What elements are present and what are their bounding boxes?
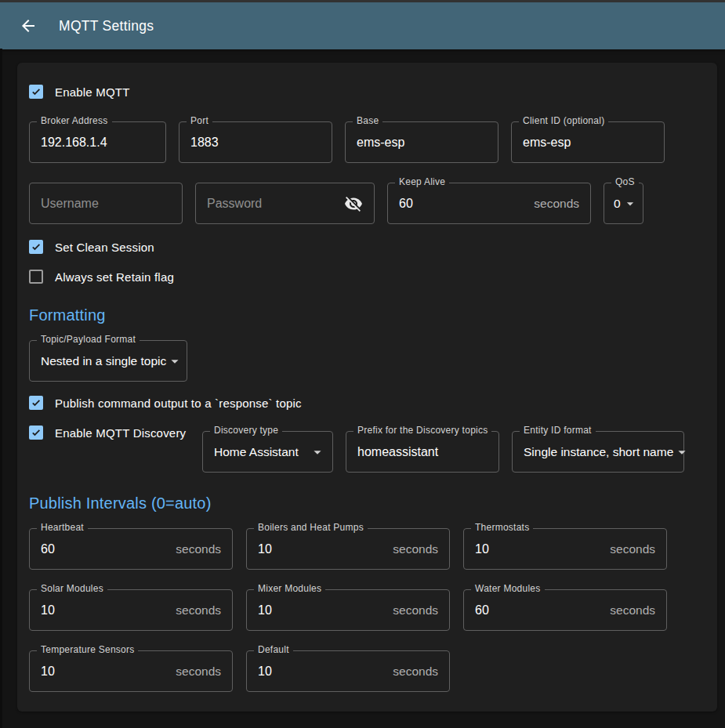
client-id-input[interactable] — [523, 136, 653, 150]
solar-modules-input[interactable] — [41, 603, 169, 618]
entity-id-format-select[interactable]: Entity ID format Single instance, short … — [512, 431, 684, 473]
password-input[interactable] — [207, 197, 338, 211]
keep-alive-label: Keep Alive — [395, 176, 449, 187]
enable-discovery-row[interactable]: Enable MQTT Discovery — [29, 426, 190, 440]
discovery-row: Enable MQTT Discovery Discovery type Hom… — [29, 426, 705, 473]
qos-select[interactable]: QoS 0 — [604, 183, 643, 224]
discovery-type-value: Home Assistant — [214, 445, 299, 459]
keep-alive-field[interactable]: Keep Alive seconds — [387, 183, 591, 224]
base-label: Base — [353, 115, 382, 126]
discovery-prefix-input[interactable] — [357, 445, 488, 459]
publish-intervals-grid: Heartbeat seconds Boilers and Heat Pumps… — [29, 528, 705, 692]
keep-alive-input[interactable] — [399, 197, 527, 211]
set-clean-session-checkbox[interactable] — [29, 240, 43, 254]
window-left-edge — [0, 49, 2, 728]
retain-flag-label: Always set Retain flag — [55, 270, 174, 284]
mixer-modules-input[interactable] — [258, 603, 386, 618]
check-icon — [31, 241, 42, 253]
publish-intervals-heading: Publish Intervals (0=auto) — [29, 494, 705, 512]
retain-flag-checkbox[interactable] — [29, 270, 43, 284]
publish-response-checkbox[interactable] — [29, 396, 43, 410]
password-field[interactable] — [195, 183, 375, 224]
publish-response-label: Publish command output to a `response` t… — [55, 397, 302, 410]
broker-address-field[interactable]: Broker Address — [29, 121, 166, 163]
entity-id-format-label: Entity ID format — [520, 425, 596, 436]
water-modules-label: Water Modules — [471, 583, 545, 594]
base-field[interactable]: Base — [345, 121, 498, 163]
visibility-off-icon[interactable] — [344, 194, 363, 213]
port-label: Port — [187, 115, 212, 126]
client-id-label: Client ID (optional) — [519, 115, 608, 126]
retain-flag-row[interactable]: Always set Retain flag — [29, 270, 174, 284]
heartbeat-label: Heartbeat — [37, 522, 88, 533]
enable-discovery-label: Enable MQTT Discovery — [55, 426, 186, 440]
thermostats-unit: seconds — [610, 542, 655, 556]
check-icon — [31, 426, 42, 439]
chevron-down-icon — [622, 196, 638, 212]
port-field[interactable]: Port — [179, 121, 332, 163]
thermostats-input[interactable] — [475, 542, 604, 556]
publish-response-row[interactable]: Publish command output to a `response` t… — [29, 396, 302, 410]
chevron-down-icon — [673, 444, 691, 461]
temperature-sensors-unit: seconds — [176, 665, 221, 679]
default-interval-input[interactable] — [258, 665, 386, 679]
topic-payload-format-value: Nested in a single topic — [41, 354, 166, 368]
credentials-row: Keep Alive seconds QoS 0 — [29, 183, 705, 224]
mixer-modules-unit: seconds — [393, 603, 438, 618]
heartbeat-unit: seconds — [176, 542, 221, 556]
default-interval-field[interactable]: Default seconds — [246, 650, 450, 692]
topic-format-row: Topic/Payload Format Nested in a single … — [29, 340, 705, 382]
heartbeat-field[interactable]: Heartbeat seconds — [29, 528, 233, 570]
default-interval-label: Default — [254, 644, 293, 655]
discovery-prefix-label: Prefix for the Discovery topics — [353, 425, 491, 436]
enable-mqtt-row[interactable]: Enable MQTT — [29, 85, 130, 99]
heartbeat-input[interactable] — [41, 542, 169, 556]
client-id-field[interactable]: Client ID (optional) — [511, 121, 665, 163]
discovery-prefix-field[interactable]: Prefix for the Discovery topics — [346, 431, 499, 473]
solar-modules-unit: seconds — [176, 603, 221, 618]
discovery-type-label: Discovery type — [210, 425, 282, 436]
topic-payload-format-label: Topic/Payload Format — [37, 334, 140, 345]
broker-settings-row: Broker Address Port Base Client ID (opti… — [29, 121, 705, 163]
temperature-sensors-input[interactable] — [41, 665, 169, 679]
thermostats-label: Thermostats — [471, 522, 533, 533]
set-clean-session-label: Set Clean Session — [55, 241, 154, 254]
formatting-heading: Formatting — [29, 306, 705, 324]
check-icon — [31, 85, 42, 98]
username-field[interactable] — [29, 183, 183, 224]
chevron-down-icon — [309, 444, 326, 461]
entity-id-format-value: Single instance, short name — [524, 445, 673, 459]
water-modules-field[interactable]: Water Modules seconds — [463, 589, 667, 631]
thermostats-field[interactable]: Thermostats seconds — [463, 528, 667, 570]
app-bar: MQTT Settings — [0, 2, 725, 49]
boilers-label: Boilers and Heat Pumps — [254, 522, 368, 533]
topic-payload-format-select[interactable]: Topic/Payload Format Nested in a single … — [29, 340, 187, 382]
back-arrow-icon[interactable] — [19, 16, 38, 35]
username-input[interactable] — [41, 197, 171, 211]
broker-address-label: Broker Address — [37, 115, 112, 126]
water-modules-input[interactable] — [475, 603, 604, 618]
keep-alive-unit: seconds — [534, 197, 579, 211]
broker-address-input[interactable] — [41, 136, 154, 150]
set-clean-session-row[interactable]: Set Clean Session — [29, 240, 154, 254]
base-input[interactable] — [357, 136, 487, 150]
page-title: MQTT Settings — [59, 18, 154, 34]
boilers-unit: seconds — [393, 542, 438, 556]
qos-label: QoS — [611, 176, 639, 187]
default-interval-unit: seconds — [393, 665, 438, 679]
mixer-modules-label: Mixer Modules — [254, 583, 325, 594]
solar-modules-field[interactable]: Solar Modules seconds — [29, 589, 233, 631]
mixer-modules-field[interactable]: Mixer Modules seconds — [246, 589, 450, 631]
enable-mqtt-checkbox[interactable] — [29, 85, 43, 99]
solar-modules-label: Solar Modules — [37, 583, 107, 594]
boilers-field[interactable]: Boilers and Heat Pumps seconds — [246, 528, 450, 570]
qos-value: 0 — [614, 197, 621, 211]
settings-card: Enable MQTT Broker Address Port Base Cli… — [17, 63, 717, 712]
chevron-down-icon — [166, 353, 183, 370]
port-input[interactable] — [190, 136, 321, 150]
discovery-type-select[interactable]: Discovery type Home Assistant — [202, 431, 333, 473]
temperature-sensors-field[interactable]: Temperature Sensors seconds — [29, 650, 233, 692]
boilers-input[interactable] — [258, 542, 386, 556]
enable-discovery-checkbox[interactable] — [29, 426, 43, 440]
water-modules-unit: seconds — [610, 603, 655, 618]
